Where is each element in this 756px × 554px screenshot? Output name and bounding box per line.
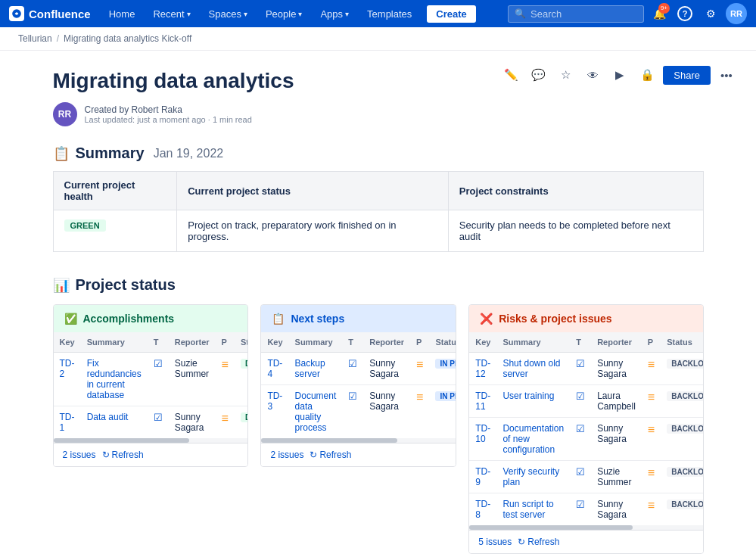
next-steps-header: 📋 Next steps <box>261 305 456 332</box>
author-info: Created by Robert Raka Last updated: jus… <box>85 104 252 124</box>
next-steps-refresh[interactable]: ↻ Refresh <box>310 450 351 460</box>
accomplishments-check-icon: ✅ <box>64 313 77 325</box>
help-button[interactable]: ? <box>674 3 695 24</box>
refresh-icon-a: ↻ <box>102 450 110 460</box>
reporter-td2: Suzie Summer <box>169 353 216 406</box>
breadcrumb-page[interactable]: Migrating data analytics Kick-off <box>64 33 191 44</box>
issue-key-td2[interactable]: TD-2 <box>60 358 75 379</box>
confluence-logo[interactable]: Confluence <box>9 6 91 21</box>
priority-td11: ≡ <box>648 391 655 403</box>
issue-key-td4[interactable]: TD-4 <box>267 358 282 379</box>
table-row: TD-8 Run script to test server ☑ Sunny S… <box>469 493 703 526</box>
summary-title: Summary <box>76 145 145 162</box>
status-td1: DONE <box>241 412 248 422</box>
next-steps-panel: 📋 Next steps Key Summary T Reporter P St… <box>260 304 456 467</box>
issue-key-td11[interactable]: TD-11 <box>475 391 490 412</box>
summary-health-cell: GREEN <box>53 210 177 252</box>
risks-header: ❌ Risks & project issues <box>469 305 702 332</box>
next-steps-col-headers: Key Summary T Reporter P Status <box>261 332 456 353</box>
type-icon-td10: ☑ <box>576 423 585 434</box>
nav-recent[interactable]: Recent ▾ <box>147 5 196 23</box>
risks-table: Key Summary T Reporter P Status TD-12 Sh… <box>469 332 703 525</box>
col-status-a: Status <box>235 332 248 353</box>
accomplishments-issues-link[interactable]: 2 issues <box>63 450 96 460</box>
nav-home[interactable]: Home <box>103 5 142 23</box>
search-box[interactable]: 🔍 <box>508 5 644 23</box>
panels-row: ✅ Accomplishments Key Summary T Reporter… <box>53 304 704 554</box>
summary-col-status: Current project status <box>177 172 449 210</box>
table-row: TD-2 Fix redundancies in current databas… <box>54 353 249 406</box>
issue-summary-td2[interactable]: Fix redundancies in current database <box>87 358 142 400</box>
summary-status-cell: Project on track, preparatory work finis… <box>177 210 449 252</box>
nav-people[interactable]: People ▾ <box>260 5 308 23</box>
col-key-r: Key <box>469 332 496 353</box>
table-row: TD-11 User training ☑ Laura Campbell ≡ B… <box>469 385 703 418</box>
col-reporter-a: Reporter <box>169 332 216 353</box>
type-icon-td12: ☑ <box>576 358 585 369</box>
project-status-section: 📊 Project status ✅ Accomplishments Key S… <box>53 276 704 554</box>
issue-summary-td1[interactable]: Data audit <box>87 412 129 422</box>
col-priority-n: P <box>410 332 429 353</box>
next-steps-icon: 📋 <box>272 313 285 325</box>
issue-key-td9[interactable]: TD-9 <box>475 466 490 487</box>
next-steps-table: Key Summary T Reporter P Status TD-4 Bac… <box>261 332 456 438</box>
table-row: TD-4 Backup server ☑ Sunny Sagara ≡ IN P… <box>261 353 456 385</box>
issue-key-td12[interactable]: TD-12 <box>475 358 490 379</box>
user-avatar[interactable]: RR <box>726 3 747 24</box>
risks-refresh[interactable]: ↻ Refresh <box>518 537 559 547</box>
issue-summary-td3[interactable]: Document data quality process <box>295 391 337 433</box>
nav-right: 🔍 🔔 9+ ? ⚙ RR <box>508 3 747 24</box>
create-button[interactable]: Create <box>427 5 475 23</box>
issue-summary-td10[interactable]: Documentation of new configuration <box>502 423 564 455</box>
issue-summary-td4[interactable]: Backup server <box>295 358 325 379</box>
type-icon-td9: ☑ <box>576 466 585 478</box>
col-priority-a: P <box>216 332 235 353</box>
issue-key-td10[interactable]: TD-10 <box>475 423 490 444</box>
issue-summary-td11[interactable]: User training <box>502 391 554 401</box>
issue-summary-td8[interactable]: Run script to test server <box>502 499 553 520</box>
search-icon: 🔍 <box>515 8 526 19</box>
confluence-logo-icon <box>9 6 24 21</box>
nav-apps[interactable]: Apps ▾ <box>314 5 355 23</box>
settings-button[interactable]: ⚙ <box>700 3 721 24</box>
accomplishments-refresh[interactable]: ↻ Refresh <box>102 450 144 460</box>
settings-icon: ⚙ <box>706 8 716 20</box>
page-header-area: Tellurian / Migrating data analytics Kic… <box>0 27 756 51</box>
status-td9: BACKLOG <box>667 467 703 477</box>
nav-templates[interactable]: Templates <box>361 5 418 23</box>
notifications-button[interactable]: 🔔 9+ <box>649 3 670 24</box>
reporter-td8: Sunny Sagara <box>591 493 642 526</box>
issue-summary-td9[interactable]: Verify security plan <box>502 466 559 487</box>
priority-td12: ≡ <box>648 358 655 371</box>
col-type-n: T <box>342 332 363 353</box>
issue-summary-td12[interactable]: Shut down old server <box>502 358 560 379</box>
status-td8: BACKLOG <box>667 500 703 509</box>
priority-td3: ≡ <box>416 391 423 403</box>
col-status-r: Status <box>661 332 703 353</box>
top-nav: Confluence Home Recent ▾ Spaces ▾ People… <box>0 0 756 27</box>
accomplishments-panel: ✅ Accomplishments Key Summary T Reporter… <box>53 304 249 467</box>
issue-key-td1[interactable]: TD-1 <box>60 412 75 433</box>
author-last-updated: Last updated: just a moment ago · 1 min … <box>85 115 252 124</box>
spaces-chevron: ▾ <box>244 10 247 18</box>
reporter-td1: Sunny Sagara <box>169 406 216 439</box>
search-input[interactable] <box>530 8 636 20</box>
accomplishments-footer: 2 issues ↻ Refresh <box>54 443 248 466</box>
summary-row: GREEN Project on track, preparatory work… <box>53 210 703 252</box>
risks-panel: ❌ Risks & project issues Key Summary T R… <box>468 304 703 554</box>
status-td11: BACKLOG <box>667 391 703 401</box>
risks-issues-link[interactable]: 5 issues <box>478 537 512 547</box>
nav-spaces[interactable]: Spaces ▾ <box>203 5 254 23</box>
health-badge: GREEN <box>64 219 106 232</box>
next-steps-title: Next steps <box>291 313 344 325</box>
summary-col-constraints: Project constraints <box>448 172 703 210</box>
issue-key-td3[interactable]: TD-3 <box>267 391 282 412</box>
breadcrumb-sep: / <box>57 33 59 44</box>
breadcrumb-space[interactable]: Tellurian <box>18 33 52 44</box>
type-icon-td4: ☑ <box>348 358 357 369</box>
next-steps-issues-link[interactable]: 2 issues <box>270 450 303 460</box>
recent-chevron: ▾ <box>187 10 191 18</box>
reporter-td10: Sunny Sagara <box>591 418 642 461</box>
help-icon: ? <box>677 6 692 21</box>
issue-key-td8[interactable]: TD-8 <box>475 499 490 520</box>
